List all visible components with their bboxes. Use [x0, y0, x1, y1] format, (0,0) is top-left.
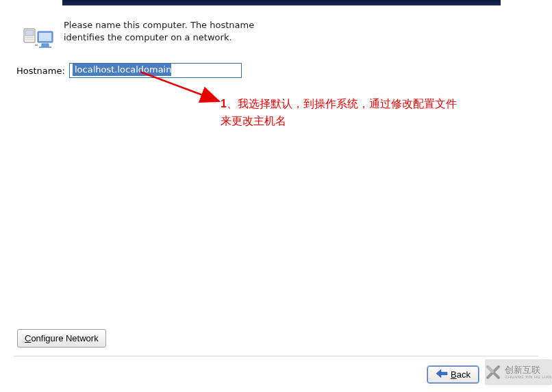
x-logo-icon — [485, 364, 501, 380]
intro-row: Please name this computer. The hostname … — [23, 19, 255, 54]
configure-network-button[interactable]: Configure Network — [17, 329, 106, 348]
svg-rect-7 — [39, 47, 51, 48]
svg-rect-3 — [25, 39, 34, 40]
watermark: 创新互联 CHUANG XIN HU LIAN — [485, 359, 552, 385]
hostname-row: Hostname: — [16, 63, 242, 78]
configure-network-rest: onfigure Network — [31, 333, 98, 343]
intro-text: Please name this computer. The hostname … — [64, 19, 255, 54]
annotation-sep: 、 — [227, 98, 238, 109]
footer-buttons: Back — [427, 365, 479, 384]
annotation-body: 我选择默认，到操作系统，通过修改配置文件来更改主机名 — [221, 98, 457, 127]
hostname-input[interactable] — [69, 63, 242, 78]
network-computers-icon — [23, 25, 55, 54]
svg-rect-1 — [25, 30, 34, 36]
svg-rect-2 — [25, 37, 34, 38]
annotation-number: 1 — [221, 98, 227, 109]
watermark-en: CHUANG XIN HU LIAN — [505, 375, 551, 379]
back-label: Back — [451, 369, 471, 380]
annotation-text: 1、我选择默认，到操作系统，通过修改配置文件来更改主机名 — [221, 96, 467, 130]
watermark-text: 创新互联 CHUANG XIN HU LIAN — [505, 365, 551, 379]
configure-network-mnemonic: C — [25, 333, 31, 343]
watermark-cn: 创新互联 — [505, 365, 551, 375]
header-banner — [62, 0, 501, 5]
back-arrow-icon — [436, 369, 448, 380]
hostname-label: Hostname: — [16, 66, 65, 76]
footer-separator — [14, 356, 538, 356]
svg-rect-6 — [42, 44, 49, 47]
back-button[interactable]: Back — [427, 365, 479, 384]
svg-rect-5 — [39, 33, 51, 41]
